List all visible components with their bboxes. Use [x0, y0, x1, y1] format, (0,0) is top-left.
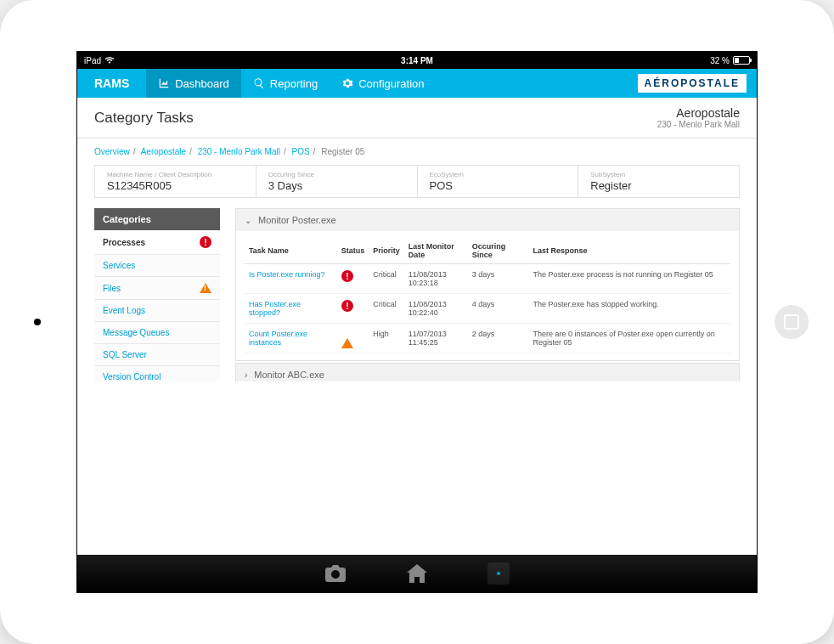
col-response: Last Response	[529, 238, 730, 264]
sidebar-item-files[interactable]: Files	[94, 277, 220, 300]
info-label: Machine Name / Client Description	[107, 171, 244, 178]
task-response: There are 0 instances of Poster.exe open…	[529, 324, 730, 353]
breadcrumb-current: Register 05	[321, 147, 364, 156]
nav-dashboard[interactable]: Dashboard	[146, 69, 241, 98]
info-value: S12345R005	[107, 179, 244, 192]
info-value: Register	[590, 179, 727, 192]
info-card-ecosystem: EcoSystem POS	[418, 166, 579, 197]
time-label: 3:14 PM	[401, 56, 433, 65]
breadcrumb-link[interactable]: POS	[291, 147, 309, 156]
breadcrumb: Overview/ Aeropostale/ 230 - Menlo Park …	[77, 138, 757, 165]
search-icon	[253, 77, 265, 89]
task-response: The Poster.exe process is not running on…	[529, 264, 730, 294]
accordion-abc: › Monitor ABC.exe	[235, 363, 740, 381]
task-link[interactable]: Is Poster.exe running?	[245, 264, 337, 294]
page-title: Category Tasks	[94, 110, 194, 127]
top-nav: RAMS Dashboard Reporting Configuration A…	[77, 69, 757, 98]
ipad-frame: iPad 3:14 PM 32 % RAMS Dashboard Reporti…	[0, 0, 834, 644]
info-label: SubSystem	[590, 171, 727, 178]
task-status-cell: !	[337, 264, 369, 294]
status-bar: iPad 3:14 PM 32 %	[77, 52, 757, 69]
task-response: The Poster.exe has stopped working.	[529, 294, 730, 324]
store-location: 230 - Menlo Park Mall	[657, 120, 740, 129]
table-row: Count Poster.exe instances High 11/07/20…	[245, 324, 730, 353]
alert-critical-icon: !	[341, 300, 353, 312]
sidebar-item-processes[interactable]: Processes !	[94, 230, 220, 255]
alert-critical-icon: !	[341, 270, 353, 282]
task-since: 2 days	[468, 324, 529, 353]
bottom-bar	[77, 555, 757, 592]
sidebar-item-label: Message Queues	[103, 328, 169, 337]
sidebar-item-version[interactable]: Version Control	[94, 366, 220, 381]
brand-label: RAMS	[77, 76, 146, 90]
table-row: Is Poster.exe running? ! Critical 11/08/…	[245, 264, 730, 294]
store-name: Aeropostale	[657, 106, 740, 120]
col-status: Status	[337, 238, 369, 264]
sidebar-item-label: SQL Server	[103, 350, 147, 359]
content-area: Categories Processes ! Services Files Ev…	[77, 208, 757, 381]
sidebar-item-label: Files	[103, 284, 121, 293]
col-taskname: Task Name	[245, 238, 337, 264]
wifi-icon	[104, 57, 115, 64]
alert-critical-icon: !	[200, 236, 211, 248]
nav-configuration[interactable]: Configuration	[330, 69, 436, 98]
sidebar-item-label: Event Logs	[103, 306, 145, 315]
nav-label: Configuration	[358, 77, 424, 90]
accordion-header[interactable]: ⌄ Monitor Poster.exe	[236, 209, 739, 231]
col-priority: Priority	[369, 238, 404, 264]
battery-icon	[733, 56, 750, 65]
task-since: 3 days	[468, 264, 529, 294]
accordion-header[interactable]: › Monitor ABC.exe	[236, 364, 739, 381]
sidebar-item-sqlserver[interactable]: SQL Server	[94, 344, 220, 366]
store-info: Aeropostale 230 - Menlo Park Mall	[657, 106, 740, 129]
sidebar-title: Categories	[94, 208, 220, 230]
col-since: Occuring Since	[468, 238, 529, 264]
task-date: 11/08/2013 10:23:18	[404, 264, 468, 294]
chart-icon	[158, 77, 170, 89]
camera-icon[interactable]	[324, 562, 347, 585]
screen: iPad 3:14 PM 32 % RAMS Dashboard Reporti…	[76, 51, 758, 593]
info-value: 3 Days	[268, 179, 405, 192]
star-icon[interactable]	[487, 562, 510, 585]
breadcrumb-link[interactable]: Aeropostale	[141, 147, 186, 156]
task-link[interactable]: Count Poster.exe instances	[245, 324, 337, 353]
gear-icon	[341, 77, 353, 89]
accordion-title: Monitor ABC.exe	[254, 370, 324, 380]
info-label: Occuring Since	[268, 171, 405, 178]
nav-reporting[interactable]: Reporting	[241, 69, 330, 98]
table-row: Has Poster.exe stopped? ! Critical 11/08…	[245, 294, 730, 324]
nav-label: Dashboard	[175, 77, 229, 90]
chevron-right-icon: ›	[245, 370, 247, 380]
accordion-poster: ⌄ Monitor Poster.exe Task Name Status Pr…	[235, 208, 740, 361]
task-date: 11/07/2013 11:45:25	[404, 324, 468, 353]
breadcrumb-link[interactable]: 230 - Menlo Park Mall	[198, 147, 280, 156]
info-label: EcoSystem	[430, 171, 566, 178]
sidebar-item-services[interactable]: Services	[94, 255, 220, 277]
home-button[interactable]	[775, 305, 809, 339]
sidebar-item-eventlogs[interactable]: Event Logs	[94, 300, 220, 322]
info-cards: Machine Name / Client Description S12345…	[94, 165, 740, 198]
sidebar-item-label: Services	[103, 261, 135, 270]
task-date: 11/08/2013 10:22:40	[404, 294, 468, 324]
breadcrumb-link[interactable]: Overview	[94, 147, 130, 156]
task-link[interactable]: Has Poster.exe stopped?	[245, 294, 337, 324]
alert-warn-icon	[200, 283, 211, 293]
page-header: Category Tasks Aeropostale 230 - Menlo P…	[77, 98, 757, 138]
accordion-body: Task Name Status Priority Last Monitor D…	[236, 231, 739, 360]
sidebar-item-queues[interactable]: Message Queues	[94, 322, 220, 344]
task-priority: Critical	[369, 294, 404, 324]
nav-label: Reporting	[270, 77, 318, 90]
home-icon[interactable]	[406, 562, 428, 585]
device-label: iPad	[84, 56, 101, 65]
task-priority: Critical	[369, 264, 404, 294]
info-card-machine: Machine Name / Client Description S12345…	[95, 166, 256, 197]
main-panel: ⌄ Monitor Poster.exe Task Name Status Pr…	[235, 208, 740, 381]
accordion-title: Monitor Poster.exe	[258, 215, 336, 225]
sidebar: Categories Processes ! Services Files Ev…	[94, 208, 220, 381]
col-date: Last Monitor Date	[404, 238, 468, 264]
info-card-since: Occuring Since 3 Days	[256, 166, 418, 197]
chevron-down-icon: ⌄	[245, 216, 251, 225]
camera-spot	[34, 319, 41, 325]
info-value: POS	[430, 179, 566, 192]
task-status-cell: !	[337, 294, 369, 324]
